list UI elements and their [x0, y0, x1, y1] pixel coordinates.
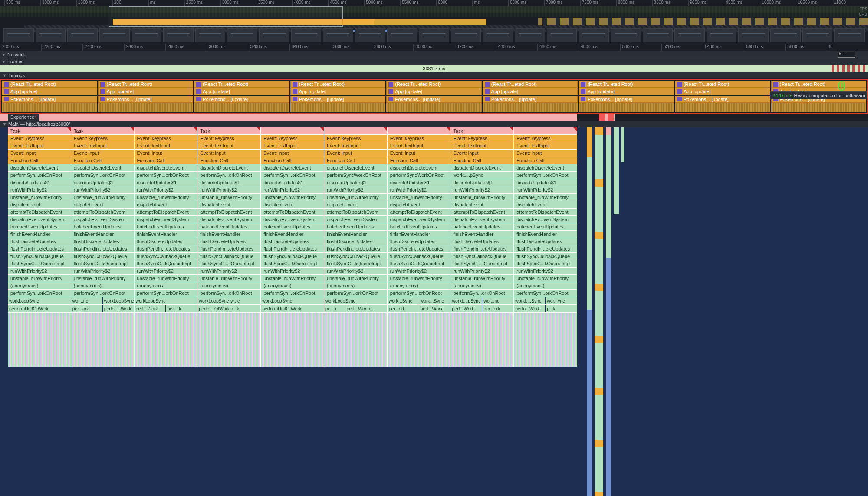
timing-entry[interactable]: App [update] [2, 88, 97, 95]
flame-deep-stack[interactable] [261, 313, 324, 367]
frame-entry[interactable]: batchedEventUpdates [514, 223, 577, 231]
event-entry[interactable]: Event: textInput [388, 142, 450, 150]
frame-entry[interactable]: attemptToDispatchEvent [324, 209, 387, 216]
event-entry[interactable]: Event: textInput [8, 142, 71, 150]
frame-entry[interactable]: discreteUpdates$1 [450, 179, 513, 186]
frame-entry[interactable]: dispatchEv...ventSystem [450, 216, 513, 223]
frame-entry[interactable]: (anonymous) [71, 282, 134, 290]
flame-column[interactable]: TaskEvent: keypressEvent: textInputEvent… [197, 127, 261, 367]
flame-strip[interactable] [614, 127, 619, 496]
flame-column[interactable]: TaskEvent: keypressEvent: textInputEvent… [450, 127, 514, 367]
frame-entry[interactable]: (anonymous) [514, 282, 577, 290]
frame-entry[interactable]: p... [366, 305, 387, 312]
frame-entry[interactable]: batchedEventUpdates [8, 223, 71, 231]
frame-entry[interactable]: performSyn...orkOnRoot [514, 172, 577, 179]
frame-entry[interactable]: p...k [546, 305, 577, 312]
frame-entry[interactable]: unstable_runWithPriority [8, 194, 71, 201]
flame-column[interactable]: Event: keypressEvent: textInputEvent: in… [514, 127, 577, 367]
frame-entry[interactable]: wor...nc [482, 297, 513, 304]
frame-entry[interactable]: per...rk [166, 305, 197, 312]
frame-entry[interactable]: performSyn...orkOnRoot [135, 172, 197, 179]
filmstrip-frame[interactable] [227, 28, 257, 42]
overview-body[interactable]: FPS CPU NET [0, 6, 868, 27]
frame-entry[interactable]: flushDiscreteUpdates [8, 238, 71, 245]
frame-entry[interactable]: discreteUpdates$1 [197, 179, 260, 186]
frame-entry[interactable]: performSyn...orkOnRoot [450, 290, 513, 297]
event-entry[interactable]: Event: input [324, 150, 387, 157]
frame-entry[interactable]: flushSyncC...kQueueImpl [324, 260, 387, 268]
timing-entry[interactable]: App [update] [98, 88, 194, 95]
timing-entry[interactable]: (React Tr...eted Root) [194, 81, 289, 88]
timings-track[interactable]: (React Tr...eted Root)App [update]Pokemo… [0, 79, 868, 114]
flame-strip[interactable] [587, 127, 592, 496]
timing-entry[interactable]: App [update] [386, 88, 482, 95]
event-entry[interactable]: Function Call [8, 157, 71, 164]
frame-entry[interactable]: unstable_runWithPriority [135, 194, 197, 201]
frame-entry[interactable]: dispatchEvent [197, 201, 260, 209]
frame-entry[interactable]: attemptToDispatchEvent [135, 209, 197, 216]
frame-entry[interactable]: (anonymous) [388, 282, 450, 290]
user-timing-marker[interactable] [838, 81, 845, 91]
timings-column[interactable]: (React Tr...eted Root)App [update]Pokemo… [2, 81, 97, 112]
timing-entry[interactable]: Pokemons... [update] [290, 96, 386, 103]
main-flame-chart[interactable]: TaskEvent: keypressEvent: textInputEvent… [0, 127, 868, 496]
frame-entry[interactable]: flushDiscreteUpdates [324, 238, 387, 245]
frame-entry[interactable]: unstable_runWithPriority [8, 275, 71, 282]
event-entry[interactable]: Function Call [514, 157, 577, 164]
frame-entry[interactable]: unstable_runWithPriority [197, 194, 260, 201]
frame-entry[interactable]: flushSyncCallbackQueue [514, 253, 577, 260]
frame-entry[interactable]: flushPendin...eteUpdates [197, 245, 260, 253]
frame-entry[interactable]: flushSyncC...kQueueImpl [71, 260, 134, 268]
event-entry[interactable]: Function Call [324, 157, 387, 164]
frame-entry[interactable]: performSyncWorkOnRoot [388, 172, 450, 179]
frame-entry[interactable]: finishEventHandler [388, 231, 450, 238]
frame-entry[interactable]: runWithPriority$2 [514, 186, 577, 194]
frame-entry[interactable]: flushSyncCallbackQueue [450, 253, 513, 260]
frame-entry[interactable]: discreteUpdates$1 [71, 179, 134, 186]
frame-entry[interactable]: finishEventHandler [261, 231, 324, 238]
timings-panel-header[interactable]: ▼ Timings [0, 72, 868, 79]
overview-viewport-window[interactable] [108, 6, 343, 27]
frame-entry[interactable]: dispatchEv...ventSystem [135, 216, 197, 223]
flame-column[interactable]: TaskEvent: keypressEvent: textInputEvent… [8, 127, 71, 367]
frame-entry[interactable]: dispatchEvent [71, 201, 134, 209]
frame-entry[interactable]: work...Sync [419, 297, 450, 304]
frame-entry[interactable]: dispatchDiscreteEvent [388, 164, 450, 172]
frame-entry[interactable]: batchedEventUpdates [450, 223, 513, 231]
frame-entry[interactable]: discreteUpdates$1 [324, 179, 387, 186]
frame-entry[interactable]: unstable_runWithPriority [450, 194, 513, 201]
frame-entry[interactable]: performSyn...orkOnRoot [324, 290, 387, 297]
frame-entry[interactable]: flushSyncC...kQueueImpl [135, 260, 197, 268]
event-entry[interactable]: Event: textInput [197, 142, 260, 150]
frame-entry[interactable]: flushSyncCallbackQueue [8, 253, 71, 260]
frame-entry[interactable]: flushDiscreteUpdates [261, 238, 324, 245]
frame-entry[interactable]: runWithPriority$2 [261, 268, 324, 275]
frame-entry[interactable]: unstable_runWithPriority [261, 275, 324, 282]
frame-entry[interactable]: dispatchEve...ventSystem [8, 216, 71, 223]
frame-entry[interactable]: finishEventHandler [514, 231, 577, 238]
frame-entry[interactable]: dispatchDiscreteEvent [197, 164, 260, 172]
frame-entry[interactable]: performUnitOfWork [261, 305, 324, 312]
experience-entry[interactable] [608, 114, 614, 121]
frame-entry[interactable]: dispatchDiscreteEvent [8, 164, 71, 172]
experience-track[interactable]: Experience t [0, 114, 868, 121]
frame-entry[interactable]: flushSyncC...kQueueImpl [8, 260, 71, 268]
frame-entry[interactable]: attemptToDispatchEvent [261, 209, 324, 216]
frame-entry[interactable]: flushSyncCallbackQueue [135, 253, 197, 260]
frame-entry[interactable]: per...ork [482, 305, 513, 312]
timing-entry[interactable]: Pokemons... [update] [98, 96, 194, 103]
event-entry[interactable]: Function Call [71, 157, 134, 164]
frame-entry[interactable]: performSyn...orkOnRoot [388, 290, 450, 297]
frame-entry[interactable]: flushSyncCallbackQueue [197, 253, 260, 260]
task-entry[interactable]: Task [450, 127, 513, 135]
frame-entry[interactable]: flushPendin...eteUpdates [324, 245, 387, 253]
frame-entry[interactable]: flushPendin...eteUpdates [135, 245, 197, 253]
frame-entry[interactable]: attemptToDispatchEvent [388, 209, 450, 216]
frame-entry[interactable]: finishEventHandler [197, 231, 260, 238]
frame-entry[interactable]: perf...Work [135, 305, 166, 312]
frame-entry[interactable]: performUnitOfWork [8, 305, 71, 312]
frame-entry[interactable]: dispatchEvent [388, 201, 450, 209]
event-entry[interactable]: Event: textInput [261, 142, 324, 150]
main-ruler[interactable]: 2000 ms2200 ms2400 ms2600 ms2800 ms3000 … [0, 44, 868, 51]
filmstrip-frame[interactable] [36, 28, 66, 42]
